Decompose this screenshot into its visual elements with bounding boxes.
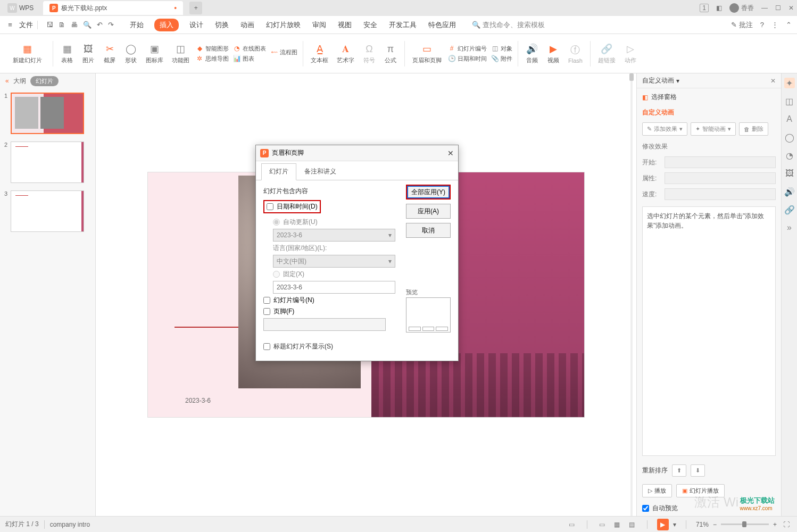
delete-anim-button[interactable]: 🗑删除	[739, 122, 768, 136]
maximize-button[interactable]: ☐	[775, 4, 781, 12]
side-link-icon[interactable]: 🔗	[784, 204, 795, 215]
tab-devtools[interactable]: 开发工具	[388, 19, 418, 31]
new-tab-button[interactable]: +	[189, 2, 202, 14]
start-select[interactable]	[665, 156, 776, 168]
thumb-1[interactable]: 1	[4, 93, 91, 134]
title-hide-checkbox[interactable]	[263, 343, 270, 350]
document-tab[interactable]: P 极光下载站.pptx •	[43, 1, 183, 15]
side-design-icon[interactable]: ◫	[784, 96, 795, 106]
tab-animation[interactable]: 动画	[239, 19, 255, 31]
textbox-button[interactable]: A̲文本框	[306, 43, 333, 64]
tab-security[interactable]: 安全	[362, 19, 378, 31]
header-footer-button[interactable]: ▭页眉和页脚	[408, 43, 446, 64]
hyperlink-button[interactable]: 🔗超链接	[594, 43, 620, 64]
collapse-thumbs-icon[interactable]: «	[5, 77, 9, 85]
selection-pane-button[interactable]: ◧选择窗格	[637, 88, 781, 106]
new-slide-button[interactable]: ▦新建幻灯片	[5, 43, 49, 64]
tab-design[interactable]: 设计	[188, 19, 204, 31]
play-anim-button[interactable]: ▷播放	[642, 484, 672, 497]
action-button[interactable]: ▷动作	[620, 43, 641, 64]
smart-graphic-button[interactable]: ◆智能图形	[194, 45, 231, 53]
side-chart-icon[interactable]: ◔	[784, 150, 795, 161]
reading-view-icon[interactable]: ▤	[627, 519, 637, 530]
slide-number-button[interactable]: #幻灯片编号	[446, 45, 489, 53]
canvas-scrollbar[interactable]	[628, 73, 635, 516]
datetime-button[interactable]: 🕒日期和时间	[446, 55, 489, 63]
function-chart-button[interactable]: ◫功能图	[168, 43, 194, 64]
footer-checkbox[interactable]	[263, 308, 270, 315]
zoom-value[interactable]: 71%	[696, 521, 709, 528]
fixed-radio[interactable]	[273, 271, 280, 278]
menu-icon[interactable]: ≡	[5, 20, 15, 30]
notes-toggle-icon[interactable]: ▭	[567, 519, 577, 530]
mindmap-button[interactable]: ✲思维导图	[194, 55, 231, 63]
tab-insert[interactable]: 插入	[154, 19, 179, 31]
skin-icon[interactable]: ◧	[716, 4, 722, 12]
slide-number-checkbox[interactable]	[263, 297, 270, 304]
speed-select[interactable]	[665, 188, 776, 200]
fit-window-icon[interactable]: ⛶	[781, 519, 792, 530]
flash-button[interactable]: ⓕFlash	[564, 44, 587, 64]
user-badge[interactable]: 香香	[729, 3, 754, 13]
zoom-slider[interactable]	[721, 523, 769, 525]
more-icon[interactable]: ⋮	[771, 21, 778, 29]
thumb-2[interactable]: 2	[4, 142, 91, 183]
command-search[interactable]: 🔍 查找命令、搜索模板	[472, 20, 545, 30]
formula-button[interactable]: π公式	[380, 43, 401, 64]
slides-tab[interactable]: 幻灯片	[30, 76, 59, 86]
minimize-button[interactable]: —	[761, 4, 768, 12]
print-preview-icon[interactable]: 🔍	[83, 21, 92, 29]
zoom-out-button[interactable]: −	[713, 521, 717, 528]
reorder-up-button[interactable]: ⬆	[672, 464, 686, 477]
shape-button[interactable]: ◯形状	[120, 43, 142, 64]
dialog-tab-notes[interactable]: 备注和讲义	[296, 163, 344, 180]
zoom-in-button[interactable]: +	[773, 521, 777, 528]
slideshow-play-button[interactable]: ▶	[657, 519, 669, 530]
property-select[interactable]	[665, 172, 776, 184]
sorter-view-icon[interactable]: ▦	[612, 519, 622, 530]
slide-date-text[interactable]: 2023-3-6	[185, 397, 211, 404]
video-button[interactable]: ▶视频	[543, 43, 564, 64]
date-format-select[interactable]: 2023-3-6▾	[273, 229, 395, 242]
file-menu[interactable]: 文件	[19, 20, 33, 30]
outline-tab[interactable]: 大纲	[13, 77, 26, 86]
normal-view-icon[interactable]: ▭	[597, 519, 608, 530]
flowchart-button[interactable]: ⬳流程图	[268, 48, 300, 56]
tab-start[interactable]: 开始	[129, 19, 145, 31]
cancel-button[interactable]: 取消	[406, 223, 451, 238]
datetime-checkbox-row[interactable]: 日期和时间(D)	[263, 200, 321, 213]
collapse-ribbon-icon[interactable]: ⌃	[786, 21, 792, 29]
side-shape-icon[interactable]: ◯	[784, 132, 795, 143]
undo-icon[interactable]: ↶	[97, 21, 103, 29]
help-icon[interactable]: ?	[760, 21, 764, 29]
auto-update-radio[interactable]	[273, 219, 280, 226]
dialog-close-button[interactable]: ✕	[447, 149, 454, 157]
chart-button[interactable]: 📊图表	[231, 55, 268, 63]
language-select[interactable]: 中文(中国)▾	[273, 255, 395, 268]
tab-transition[interactable]: 切换	[214, 19, 230, 31]
symbol-button[interactable]: Ω符号	[359, 43, 380, 64]
datetime-checkbox[interactable]	[267, 203, 273, 210]
audio-button[interactable]: 🔊音频	[521, 43, 543, 64]
picture-button[interactable]: 🖼图片	[78, 43, 99, 64]
save-as-icon[interactable]: 🗎	[59, 21, 65, 29]
redo-icon[interactable]: ↷	[108, 21, 114, 29]
close-panel-icon[interactable]: ✕	[770, 77, 776, 85]
online-chart-button[interactable]: ◔在线图表	[231, 45, 268, 53]
save-icon[interactable]: 🖫	[46, 21, 53, 29]
object-button[interactable]: ◫对象	[489, 45, 514, 53]
side-expand-icon[interactable]: »	[784, 222, 795, 233]
side-anim-icon[interactable]: ✦	[784, 78, 795, 88]
wordart-button[interactable]: 𝐀艺术字	[333, 43, 359, 64]
side-text-icon[interactable]: A	[784, 114, 795, 124]
icon-library-button[interactable]: ▣图标库	[142, 43, 168, 64]
tab-review[interactable]: 审阅	[311, 19, 327, 31]
badge-one[interactable]: 1	[700, 4, 709, 12]
side-image-icon[interactable]: 🖼	[784, 168, 795, 179]
smart-anim-button[interactable]: ✦智能动画▾	[691, 122, 736, 136]
thumb-3[interactable]: 3	[4, 190, 91, 232]
auto-preview-checkbox[interactable]	[642, 505, 649, 512]
dialog-titlebar[interactable]: P 页眉和页脚 ✕	[256, 145, 458, 161]
close-button[interactable]: ✕	[788, 4, 794, 12]
attachment-button[interactable]: 📎附件	[489, 55, 514, 63]
